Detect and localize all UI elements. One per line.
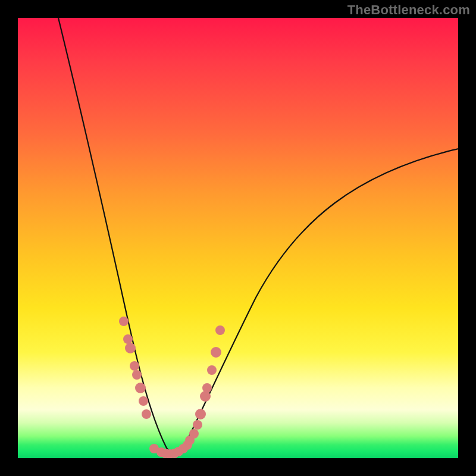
data-point	[189, 429, 199, 439]
marker-cluster-left	[119, 317, 151, 419]
data-point	[202, 383, 212, 393]
bottleneck-curve	[18, 18, 458, 458]
data-point	[139, 396, 148, 406]
data-point	[207, 365, 217, 375]
data-point	[119, 317, 129, 326]
data-point	[132, 370, 142, 380]
data-point	[142, 409, 151, 419]
data-point	[193, 420, 202, 430]
data-point	[123, 334, 133, 344]
plot-area	[18, 18, 458, 458]
data-point	[135, 383, 146, 393]
data-point	[211, 347, 221, 358]
curve-path	[58, 18, 458, 453]
data-point	[130, 361, 139, 371]
data-point	[125, 343, 136, 353]
data-point	[200, 391, 211, 402]
data-point	[215, 325, 225, 335]
marker-cluster-valley	[149, 444, 188, 458]
marker-cluster-right	[183, 325, 225, 450]
watermark-text: TheBottleneck.com	[347, 2, 470, 18]
figure-frame: TheBottleneck.com	[0, 0, 476, 476]
data-point	[195, 409, 206, 419]
